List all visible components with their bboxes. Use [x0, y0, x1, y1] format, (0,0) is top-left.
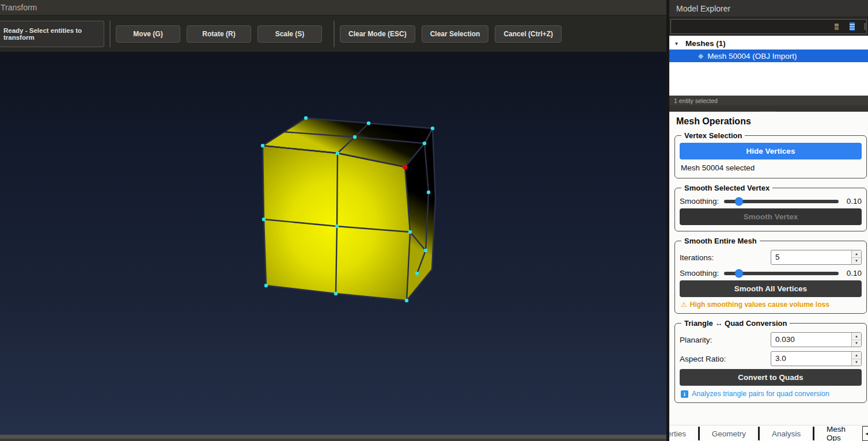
slider-handle[interactable]: [735, 197, 744, 206]
explorer-status-text: 1 entity selected: [674, 97, 718, 104]
app-root: Transform Ready - Select entities to tra…: [0, 0, 868, 441]
mesh-vertex[interactable]: [427, 191, 430, 194]
smoothing-label: Smoothing:: [680, 269, 719, 277]
spin-up-icon[interactable]: ▲: [852, 250, 861, 258]
mesh-operations-panel: Mesh Operations Vertex Selection Hide Ve…: [669, 112, 868, 425]
warning-icon: ⚠: [681, 301, 687, 309]
mesh-canvas[interactable]: [0, 52, 668, 435]
mesh-vertex[interactable]: [424, 249, 427, 252]
mesh-vertex[interactable]: [261, 144, 264, 147]
rotate-button[interactable]: Rotate (R): [187, 25, 251, 43]
expander-icon[interactable]: ▾: [675, 40, 683, 47]
mesh-vertex[interactable]: [415, 272, 419, 275]
spin-down-icon[interactable]: ▼: [852, 340, 861, 347]
slider-handle[interactable]: [735, 269, 744, 277]
toolbar-separator: [333, 21, 335, 47]
smoothing-value: 0.10: [844, 197, 862, 206]
quad-conversion-title: Triangle ↔ Quad Conversion: [681, 319, 790, 328]
explorer-toolbar: [669, 17, 868, 36]
cancel-button[interactable]: Cancel (Ctrl+Z): [495, 25, 562, 43]
tab-geometry[interactable]: Geometry: [703, 426, 755, 441]
clipped-tool-icon[interactable]: [864, 23, 867, 30]
planarity-stepper[interactable]: 0.030 ▲ ▼: [771, 332, 862, 347]
mesh-diamond-icon: ◆: [698, 52, 703, 60]
mesh-vertex[interactable]: [335, 225, 339, 228]
planarity-label: Planarity:: [680, 336, 771, 344]
iterations-label: Iterations:: [680, 253, 771, 262]
mesh-vertex[interactable]: [408, 230, 412, 234]
mesh-vertex[interactable]: [334, 292, 338, 295]
hide-vertices-button[interactable]: Hide Vertices: [680, 143, 862, 159]
spin-up-icon[interactable]: ▲: [852, 333, 861, 340]
spin-down-icon[interactable]: ▼: [852, 359, 861, 366]
iterations-value: 5: [771, 250, 851, 264]
mesh-vertex[interactable]: [423, 142, 426, 145]
mesh-vertex[interactable]: [431, 127, 434, 130]
model-explorer-panel: Model Explorer ▾ Meshes (1) ◆ Mesh 50004…: [666, 0, 868, 441]
viewport-bottom-strip: [0, 435, 668, 441]
aspect-ratio-stepper[interactable]: 3.0 ▲ ▼: [771, 351, 862, 366]
tab-separator: [813, 427, 814, 440]
clear-selection-button[interactable]: Clear Selection: [422, 25, 489, 43]
model-explorer-titlebar[interactable]: Model Explorer: [669, 0, 868, 17]
tab-separator: [758, 427, 760, 440]
mesh-operations-title: Mesh Operations: [676, 116, 868, 127]
clear-mode-button[interactable]: Clear Mode (ESC): [340, 25, 415, 43]
mesh-vertex[interactable]: [353, 135, 357, 139]
model-tree: ▾ Meshes (1) ◆ Mesh 50004 (OBJ Import): [669, 36, 868, 96]
tree-item-mesh-50004[interactable]: ◆ Mesh 50004 (OBJ Import): [669, 50, 868, 62]
transform-tool-window: Transform Ready - Select entities to tra…: [0, 0, 668, 441]
scale-button[interactable]: Scale (S): [257, 25, 322, 43]
smooth-vertex-button[interactable]: Smooth Vertex: [680, 208, 862, 225]
explorer-tool-icon[interactable]: [835, 24, 839, 30]
transform-status-text: Ready - Select entities to transform: [0, 27, 104, 41]
mesh-vertex[interactable]: [336, 151, 339, 155]
transform-status-box: Ready - Select entities to transform: [0, 21, 104, 47]
mesh-vertex[interactable]: [367, 121, 370, 125]
aspect-ratio-label: Aspect Ratio:: [680, 355, 771, 363]
explorer-status-bar: 1 entity selected: [669, 96, 868, 105]
model-explorer-title: Model Explorer: [676, 4, 730, 13]
transform-window-titlebar[interactable]: Transform: [0, 0, 668, 16]
mesh-vertex[interactable]: [304, 116, 308, 120]
smoothing-value: 0.10: [844, 269, 862, 277]
selected-mesh-vertex[interactable]: [403, 165, 408, 170]
tab-mesh-ops[interactable]: Mesh Ops: [817, 426, 861, 441]
vertex-smoothing-slider[interactable]: [724, 200, 839, 203]
explorer-search-input[interactable]: [670, 19, 867, 34]
smooth-selected-vertex-group: Smooth Selected Vertex Smoothing: 0.10 S…: [674, 184, 867, 231]
mesh-cube[interactable]: [263, 118, 435, 301]
toolbar-separator: [109, 21, 111, 47]
iterations-stepper[interactable]: 5 ▲ ▼: [771, 250, 862, 265]
panel-splitter-handle[interactable]: ······: [669, 105, 868, 112]
tab-analysis[interactable]: Analysis: [763, 426, 810, 441]
tab-properties[interactable]: erties: [666, 426, 695, 441]
tree-group-meshes[interactable]: ▾ Meshes (1): [669, 37, 868, 50]
mesh-smoothing-slider[interactable]: [724, 272, 839, 275]
vertex-selection-title: Vertex Selection: [681, 131, 745, 140]
info-icon: i: [681, 390, 688, 398]
spin-up-icon[interactable]: ▲: [852, 352, 861, 359]
smooth-selected-vertex-title: Smooth Selected Vertex: [681, 184, 772, 192]
planarity-value: 0.030: [771, 333, 851, 347]
quad-conversion-group: Triangle ↔ Quad Conversion Planarity: 0.…: [674, 319, 867, 403]
mesh-vertex[interactable]: [264, 284, 268, 287]
smoothing-label: Smoothing:: [680, 197, 719, 206]
tab-scroll-left-button[interactable]: ◂: [862, 426, 868, 441]
vertex-selection-group: Vertex Selection Hide Vertices Mesh 5000…: [674, 131, 867, 178]
splitter-dots: ······: [761, 109, 777, 113]
move-button[interactable]: Move (G): [116, 25, 180, 43]
mesh-vertex[interactable]: [262, 218, 266, 221]
aspect-ratio-value: 3.0: [771, 352, 851, 366]
spin-down-icon[interactable]: ▼: [852, 258, 861, 265]
smooth-all-vertices-button[interactable]: Smooth All Vertices: [680, 280, 862, 297]
smoothing-warning-text: High smoothing values cause volume loss: [690, 301, 829, 309]
list-filter-icon[interactable]: [850, 22, 855, 31]
viewport-3d[interactable]: [0, 52, 668, 435]
mesh-vertex[interactable]: [405, 299, 408, 302]
quad-conversion-info-text: Analyzes triangle pairs for quad convers…: [692, 390, 829, 398]
selection-status-text: Mesh 50004 selected: [681, 164, 862, 172]
panel-tabs-bar: erties Geometry Analysis Mesh Ops ◂: [669, 425, 868, 441]
convert-to-quads-button[interactable]: Convert to Quads: [680, 369, 862, 386]
tab-separator: [698, 427, 700, 440]
